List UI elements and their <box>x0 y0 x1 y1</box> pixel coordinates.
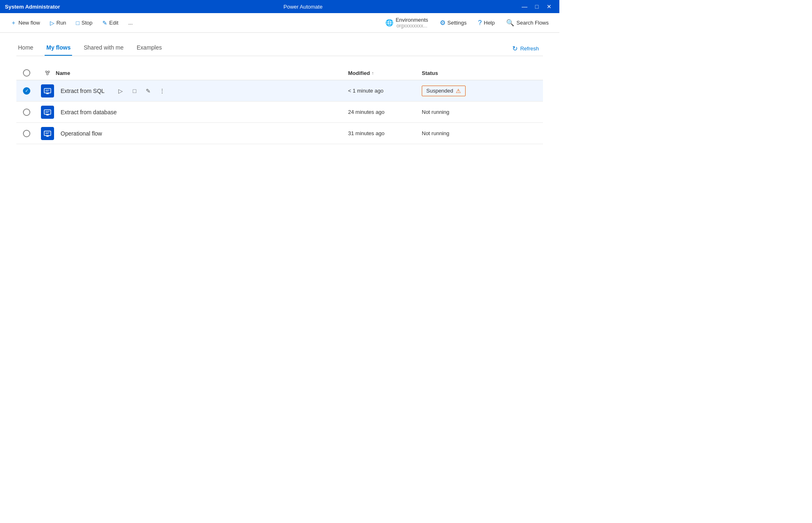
flow-icon <box>41 106 54 119</box>
svg-point-2 <box>47 73 48 75</box>
refresh-button[interactable]: ↻ Refresh <box>508 42 543 55</box>
row-type-icon <box>39 106 56 119</box>
tab-examples[interactable]: Examples <box>135 41 163 56</box>
edit-icon: ✎ <box>102 20 107 26</box>
select-all-checkbox[interactable] <box>23 69 39 77</box>
row-stop-button[interactable]: □ <box>128 85 140 97</box>
edit-button[interactable]: ✎ Edit <box>98 17 122 29</box>
status-value: Suspended ⚠ <box>422 86 504 96</box>
warning-icon: ⚠ <box>456 88 461 94</box>
minimize-button[interactable]: — <box>519 1 530 12</box>
close-button[interactable]: ✕ <box>544 1 554 12</box>
row-more-button[interactable]: ⋮ <box>156 85 168 97</box>
modified-value: 31 minutes ago <box>348 130 422 136</box>
row-checkbox[interactable] <box>23 130 39 137</box>
env-name: orgxxxxxxxx... <box>396 23 428 29</box>
run-button[interactable]: ▷ Run <box>46 17 70 29</box>
flow-name: Operational flow <box>61 130 102 137</box>
maximize-button[interactable]: □ <box>532 1 542 12</box>
run-icon: ▷ <box>50 20 54 26</box>
more-button[interactable]: ... <box>124 17 137 28</box>
row-edit-button[interactable]: ✎ <box>142 85 154 97</box>
stop-button[interactable]: □ Stop <box>72 17 97 29</box>
row-actions: ▷ □ ✎ ⋮ <box>114 85 168 97</box>
settings-button[interactable]: ⚙ Settings <box>436 16 471 29</box>
tabs-container: Home My flows Shared with me Examples ↻ … <box>16 41 543 56</box>
status-value: Not running <box>422 109 504 115</box>
type-icon-header <box>39 70 56 76</box>
row-checkbox[interactable]: ✓ <box>23 87 39 95</box>
status-value: Not running <box>422 130 504 136</box>
svg-rect-12 <box>44 110 51 114</box>
tab-my-flows[interactable]: My flows <box>45 41 72 56</box>
settings-icon: ⚙ <box>440 19 446 27</box>
svg-rect-6 <box>44 88 51 93</box>
title-bar-title: Power Automate <box>87 4 519 10</box>
toolbar-right: 🌐 Environments orgxxxxxxxx... ⚙ Settings… <box>381 14 553 31</box>
modified-column-header[interactable]: Modified ↑ <box>348 70 422 76</box>
flow-icon <box>41 127 54 140</box>
tab-home[interactable]: Home <box>16 41 35 56</box>
plus-icon: ＋ <box>11 19 16 27</box>
table-header: Name Modified ↑ Status <box>16 66 543 80</box>
row-type-icon <box>39 84 56 97</box>
modified-value: < 1 minute ago <box>348 88 422 94</box>
tabs: Home My flows Shared with me Examples <box>16 41 163 56</box>
environments-icon: 🌐 <box>385 19 394 27</box>
search-flows-button[interactable]: 🔍 Search Flows <box>502 16 553 29</box>
name-column-header[interactable]: Name <box>56 70 348 76</box>
flow-name: Extract from SQL <box>61 88 104 94</box>
help-button[interactable]: ? Help <box>474 17 499 29</box>
search-icon: 🔍 <box>506 19 514 27</box>
modified-value: 24 minutes ago <box>348 109 422 115</box>
new-flow-button[interactable]: ＋ New flow <box>7 17 44 29</box>
svg-rect-18 <box>44 131 51 136</box>
stop-icon: □ <box>76 20 79 26</box>
toolbar: ＋ New flow ▷ Run □ Stop ✎ Edit ... 🌐 Env… <box>0 13 559 33</box>
tab-shared-with-me[interactable]: Shared with me <box>82 41 125 56</box>
content-area: Home My flows Shared with me Examples ↻ … <box>0 33 559 152</box>
status-suspended-badge: Suspended ⚠ <box>422 86 466 96</box>
environments-button[interactable]: 🌐 Environments orgxxxxxxxx... <box>381 14 432 31</box>
row-checkbox[interactable] <box>23 109 39 116</box>
sort-icon: ↑ <box>371 70 374 75</box>
help-icon: ? <box>478 19 482 27</box>
refresh-icon: ↻ <box>512 45 518 52</box>
status-column-header: Status <box>422 70 504 76</box>
title-bar-user: System Administrator <box>5 4 60 10</box>
row-type-icon <box>39 127 56 140</box>
row-run-button[interactable]: ▷ <box>114 85 127 97</box>
table-row[interactable]: ✓ Extract from SQL ▷ □ ✎ ⋮ <box>16 80 543 102</box>
table-row[interactable]: Operational flow 31 minutes ago Not runn… <box>16 123 543 144</box>
title-bar: System Administrator Power Automate — □ … <box>0 0 559 13</box>
flow-name: Extract from database <box>61 109 117 115</box>
table-row[interactable]: Extract from database 24 minutes ago Not… <box>16 102 543 123</box>
flow-icon <box>41 84 54 97</box>
